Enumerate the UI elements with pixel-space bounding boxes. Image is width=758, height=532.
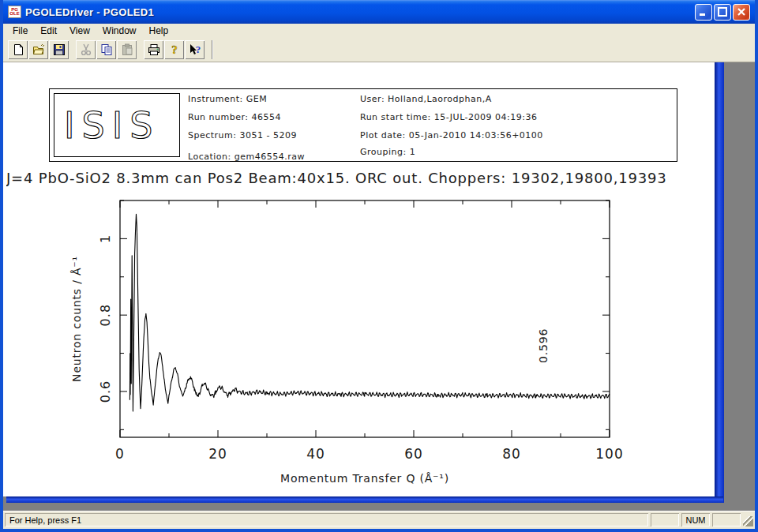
menu-window[interactable]: Window	[96, 24, 143, 37]
mdi-client-area: ISIS Instrument: GEM Run number: 46554 S…	[3, 62, 755, 511]
minimize-button[interactable]	[695, 4, 712, 21]
new-document-icon	[12, 43, 24, 56]
print-button[interactable]	[144, 40, 163, 59]
paste-clipboard-icon	[121, 43, 133, 56]
menubar: File Edit View Window Help	[3, 24, 755, 38]
menu-view[interactable]: View	[63, 24, 96, 37]
paste-button	[117, 40, 137, 59]
neutron-counts-chart: 0204060801000.60.81Momentum Transfer Q (…	[3, 62, 715, 496]
status-panel-num: NUM	[681, 513, 710, 526]
cursor-value-annotation: 0.596	[537, 328, 550, 363]
save-button[interactable]	[49, 40, 69, 59]
about-button[interactable]: ?	[164, 40, 184, 59]
status-message: For Help, press F1	[5, 513, 648, 526]
cut-scissors-icon	[80, 43, 92, 56]
status-panel-scrl	[712, 513, 741, 526]
maximize-button[interactable]	[714, 4, 731, 21]
y-axis-title: Neutron counts / Å⁻¹	[70, 256, 83, 382]
x-axis-tick-label: 0	[115, 446, 125, 462]
context-help-icon: ?	[189, 43, 201, 56]
toolbar-separator	[212, 40, 213, 59]
toolbar: ? ?	[3, 38, 755, 62]
x-axis-tick-label: 40	[306, 446, 325, 462]
window-title: PGOLEDriver - PGOLED1	[25, 6, 695, 18]
app-icon[interactable]: PG OLE	[8, 6, 21, 18]
y-axis-tick-label: 1	[98, 234, 113, 243]
new-button[interactable]	[8, 40, 28, 59]
statusbar: For Help, press F1 NUM	[3, 511, 755, 528]
app-icon-text-bottom: OLE	[9, 12, 19, 16]
context-help-button[interactable]: ?	[185, 40, 205, 59]
status-panel-cap	[651, 513, 679, 526]
y-axis-tick-label: 0.6	[98, 380, 113, 403]
open-folder-icon	[32, 43, 45, 56]
minimize-icon	[699, 7, 708, 17]
cut-button	[76, 40, 96, 59]
neutron-counts-series	[129, 214, 610, 411]
titlebar: PG OLE PGOLEDriver - PGOLED1	[3, 0, 755, 24]
plot-frame	[120, 200, 610, 437]
menu-edit[interactable]: Edit	[34, 24, 63, 37]
about-question-icon: ?	[168, 43, 181, 56]
x-axis-tick-label: 20	[208, 446, 227, 462]
copy-pages-icon	[100, 43, 113, 56]
resize-grip[interactable]	[743, 516, 753, 526]
page-border-right	[715, 62, 724, 503]
x-axis-tick-label: 100	[595, 446, 623, 462]
x-axis-tick-label: 60	[404, 446, 423, 462]
copy-button[interactable]	[96, 40, 116, 59]
plot-page: ISIS Instrument: GEM Run number: 46554 S…	[3, 62, 715, 496]
page-border-bottom	[6, 496, 723, 503]
open-button[interactable]	[28, 40, 48, 59]
svg-text:?: ?	[171, 43, 178, 56]
x-axis-title: Momentum Transfer Q (Å⁻¹)	[280, 472, 449, 485]
menu-file[interactable]: File	[6, 24, 34, 37]
close-icon	[737, 7, 746, 17]
app-window: PG OLE PGOLEDriver - PGOLED1 File Edit V…	[0, 0, 758, 532]
menu-help[interactable]: Help	[143, 24, 175, 37]
close-button[interactable]	[733, 4, 750, 21]
x-axis-tick-label: 80	[502, 446, 521, 462]
svg-text:?: ?	[195, 43, 201, 55]
maximize-icon	[718, 7, 727, 17]
save-floppy-icon	[53, 43, 66, 56]
print-icon	[148, 43, 160, 56]
y-axis-tick-label: 0.8	[98, 304, 113, 326]
